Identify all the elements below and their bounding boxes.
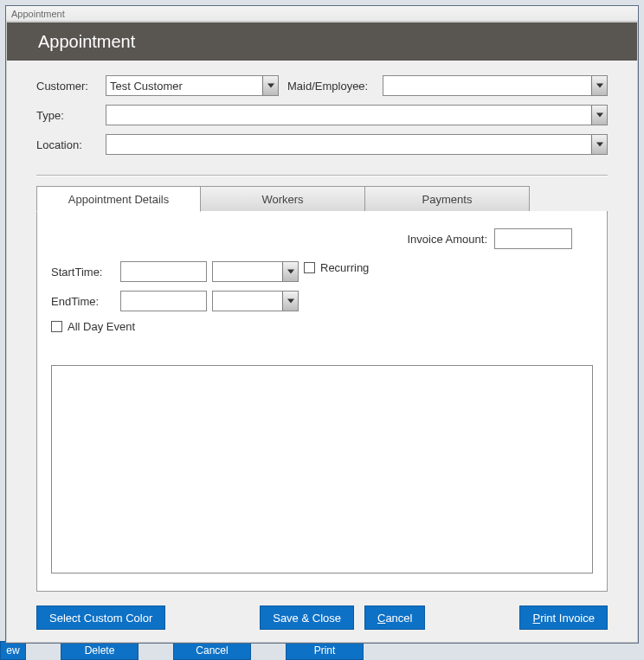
type-label: Type: xyxy=(36,109,106,122)
customer-value: Test Customer xyxy=(110,80,183,93)
allday-checkbox[interactable] xyxy=(51,321,62,332)
appointment-window: Appointment Appointment Customer: Test C… xyxy=(5,5,639,644)
window-titlebar: Appointment xyxy=(6,6,638,22)
maid-select[interactable] xyxy=(383,75,608,96)
header-band: Appointment xyxy=(7,22,637,61)
chevron-down-icon xyxy=(591,76,607,95)
invoice-amount-input[interactable] xyxy=(494,228,572,249)
start-date-input[interactable] xyxy=(120,261,207,282)
tabs: Appointment Details Workers Payments Inv… xyxy=(36,186,608,592)
tabstrip: Appointment Details Workers Payments xyxy=(36,186,608,212)
allday-label: All Day Event xyxy=(68,320,135,333)
location-label: Location: xyxy=(36,138,106,151)
customer-select[interactable]: Test Customer xyxy=(106,75,279,96)
end-time-select[interactable] xyxy=(212,291,299,311)
chevron-down-icon xyxy=(591,106,607,125)
location-select[interactable] xyxy=(106,134,608,155)
bg-button-label: Cancel xyxy=(196,644,228,657)
save-close-button[interactable]: Save & Close xyxy=(260,606,354,630)
type-select[interactable] xyxy=(106,105,608,125)
print-invoice-button[interactable]: Print Invoice xyxy=(519,606,608,630)
footer-buttons: Select Custom Color Save & Close Cancel … xyxy=(36,606,608,630)
maid-label: Maid/Employee: xyxy=(287,80,383,93)
bg-button-label: Print xyxy=(314,644,336,657)
chevron-down-icon xyxy=(282,292,298,311)
endtime-label: EndTime: xyxy=(51,295,120,308)
button-label: Print Invoice xyxy=(532,612,595,625)
chevron-down-icon xyxy=(591,135,607,154)
bg-button-delete[interactable]: Delete xyxy=(61,641,138,660)
notes-textarea[interactable] xyxy=(51,365,593,573)
starttime-label: StartTime: xyxy=(51,266,120,279)
bg-button-label: Delete xyxy=(85,644,115,657)
tab-label: Appointment Details xyxy=(68,193,169,206)
tab-label: Payments xyxy=(422,193,473,206)
chevron-down-icon xyxy=(282,262,298,281)
bg-button-new[interactable]: ew xyxy=(0,641,26,660)
tab-workers[interactable]: Workers xyxy=(201,186,365,212)
customer-label: Customer: xyxy=(36,80,106,93)
window-title: Appointment xyxy=(11,9,65,19)
button-label: Select Custom Color xyxy=(49,612,152,625)
tab-payments[interactable]: Payments xyxy=(365,186,530,212)
bg-button-cancel[interactable]: Cancel xyxy=(173,641,251,660)
divider xyxy=(36,175,608,176)
end-date-input[interactable] xyxy=(120,291,207,311)
bg-button-print[interactable]: Print xyxy=(286,641,364,660)
tab-label: Workers xyxy=(261,193,303,206)
cancel-button[interactable]: Cancel xyxy=(364,606,425,630)
bg-button-label: ew xyxy=(6,644,19,657)
recurring-checkbox[interactable] xyxy=(304,262,315,273)
tab-panel-details: Invoice Amount: StartTime: Re xyxy=(36,211,608,592)
button-label: Save & Close xyxy=(273,612,341,625)
select-custom-color-button[interactable]: Select Custom Color xyxy=(36,606,165,630)
page-title: Appointment xyxy=(38,32,135,52)
button-label: Cancel xyxy=(377,612,412,625)
chevron-down-icon xyxy=(262,76,278,95)
tab-appointment-details[interactable]: Appointment Details xyxy=(36,186,201,212)
form-top: Customer: Test Customer Maid/Employee: T… xyxy=(7,61,637,170)
window-body: Appointment Customer: Test Customer Maid… xyxy=(6,22,638,643)
recurring-label: Recurring xyxy=(320,261,369,274)
invoice-amount-label: Invoice Amount: xyxy=(408,233,488,246)
start-time-select[interactable] xyxy=(212,261,299,282)
